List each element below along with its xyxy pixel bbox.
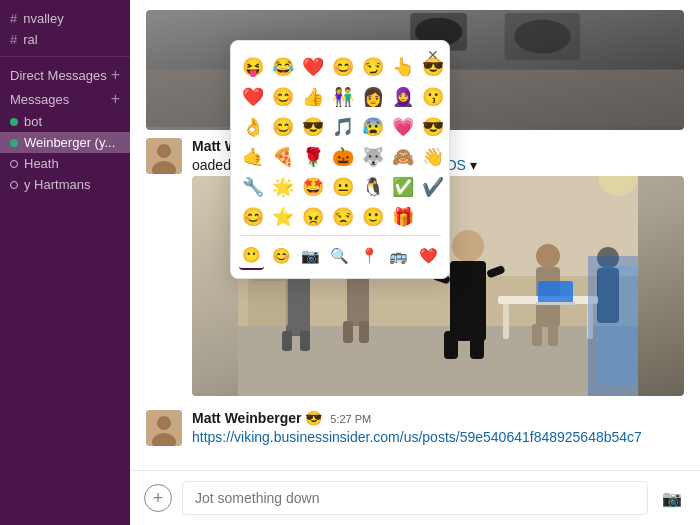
svg-rect-24	[470, 331, 484, 359]
emoji-cell[interactable]: 😠	[299, 203, 327, 231]
emoji-cell[interactable]: 🔧	[239, 173, 267, 201]
sidebar-item-label: nvalley	[23, 11, 63, 26]
add-message-button[interactable]: +	[111, 90, 120, 108]
emoji-cell[interactable]: 🎃	[329, 143, 357, 171]
emoji-cell[interactable]: 🐧	[359, 173, 387, 201]
emoji-cell[interactable]: 🙂	[359, 203, 387, 231]
picker-close-button[interactable]: ✕	[427, 47, 439, 63]
add-button[interactable]: +	[144, 484, 172, 512]
emoji-cell[interactable]: 😊	[329, 53, 357, 81]
emoji-cell[interactable]: 🍕	[269, 143, 297, 171]
emoji-cell[interactable]: 👌	[239, 113, 267, 141]
emoji-cell[interactable]: 😎	[419, 113, 447, 141]
emoji-cell[interactable]: 💗	[389, 113, 417, 141]
emoji-cell[interactable]: 😊	[269, 113, 297, 141]
emoji-cell[interactable]: ⭐	[269, 203, 297, 231]
emoji-cell[interactable]: 🌹	[299, 143, 327, 171]
add-dm-button[interactable]: +	[111, 66, 120, 84]
avatar	[146, 138, 182, 174]
emoji-cell[interactable]: 🙈	[389, 143, 417, 171]
article-link[interactable]: https://viking.businessinsider.com/us/po…	[192, 429, 642, 445]
emoji-cell[interactable]: 🎵	[329, 113, 357, 141]
svg-rect-12	[238, 326, 638, 396]
emoji-cell[interactable]: 👆	[389, 53, 417, 81]
emoji-cell[interactable]: 😰	[359, 113, 387, 141]
svg-rect-14	[286, 276, 310, 336]
emoji-cell[interactable]: 😊	[269, 83, 297, 111]
emoji-cell[interactable]: 🌟	[269, 173, 297, 201]
emoji-cell[interactable]: 😂	[269, 53, 297, 81]
sidebar-item-label: ral	[23, 32, 37, 47]
emoji-picker[interactable]: ✕ 😝😂❤️😊😏👆😎❤️😊👍👫👩🧕😗👌😊😎🎵😰💗😎🤙🍕🌹🎃🐺🙈👋🔧🌟🤩😐🐧✅✔️…	[230, 40, 450, 279]
picker-tab[interactable]: 🚌	[386, 242, 411, 270]
main-panel: ✕ 😝😂❤️😊😏👆😎❤️😊👍👫👩🧕😗👌😊😎🎵😰💗😎🤙🍕🌹🎃🐺🙈👋🔧🌟🤩😐🐧✅✔️…	[130, 0, 700, 525]
emoji-cell[interactable]: 🐺	[359, 143, 387, 171]
hash-icon: #	[10, 11, 17, 26]
emoji-cell[interactable]	[419, 203, 447, 231]
svg-rect-30	[548, 324, 558, 346]
online-indicator	[10, 139, 18, 147]
dm-name: y Hartmans	[24, 177, 90, 192]
message-username-2: Matt Weinberger 😎	[192, 410, 322, 426]
svg-point-8	[157, 144, 171, 158]
picker-tab[interactable]: 📷	[298, 242, 323, 270]
emoji-cell[interactable]: 👍	[299, 83, 327, 111]
hash-icon: #	[10, 32, 17, 47]
svg-point-44	[157, 416, 171, 430]
svg-rect-39	[598, 266, 638, 386]
emoji-grid: 😝😂❤️😊😏👆😎❤️😊👍👫👩🧕😗👌😊😎🎵😰💗😎🤙🍕🌹🎃🐺🙈👋🔧🌟🤩😐🐧✅✔️😊⭐…	[239, 53, 441, 231]
dm-label: Direct Messages	[10, 68, 107, 83]
messages-label: Messages	[10, 92, 69, 107]
dm-hartmans[interactable]: y Hartmans	[0, 174, 130, 195]
emoji-cell[interactable]: 🤙	[239, 143, 267, 171]
emoji-cell[interactable]: 👋	[419, 143, 447, 171]
dm-name: bot	[24, 114, 42, 129]
svg-rect-16	[300, 331, 310, 351]
svg-point-21	[452, 230, 484, 262]
emoji-cell[interactable]: 😝	[239, 53, 267, 81]
sidebar-channel-ral[interactable]: # ral	[0, 29, 130, 50]
emoji-cell[interactable]: 😗	[419, 83, 447, 111]
picker-tab[interactable]: 📍	[357, 242, 382, 270]
avatar-2	[146, 410, 182, 446]
sidebar: # nvalley # ral Direct Messages + Messag…	[0, 0, 130, 525]
emoji-cell[interactable]: ✅	[389, 173, 417, 201]
dm-name: Weinberger (y...	[24, 135, 115, 150]
picker-tab[interactable]: 🔍	[327, 242, 352, 270]
svg-rect-19	[343, 321, 353, 343]
svg-rect-37	[536, 302, 575, 305]
dm-weinberger[interactable]: Weinberger (y...	[0, 132, 130, 153]
emoji-cell[interactable]: 😎	[299, 113, 327, 141]
emoji-cell[interactable]: 🧕	[389, 83, 417, 111]
dm-bot[interactable]: bot	[0, 111, 130, 132]
camera-icon[interactable]: 📷	[658, 484, 686, 512]
emoji-cell[interactable]: 😊	[239, 203, 267, 231]
direct-messages-header: Direct Messages +	[0, 63, 130, 87]
picker-tab[interactable]: 😊	[268, 242, 293, 270]
message-input[interactable]	[182, 481, 648, 515]
dm-heath[interactable]: Heath	[0, 153, 130, 174]
emoji-cell[interactable]: 👩	[359, 83, 387, 111]
emoji-cell[interactable]: ✔️	[419, 173, 447, 201]
emoji-cell[interactable]: 😏	[359, 53, 387, 81]
messages-row: Messages +	[0, 87, 130, 111]
picker-tab[interactable]: 😶	[239, 242, 264, 270]
emoji-cell[interactable]: 😐	[329, 173, 357, 201]
offline-indicator	[10, 181, 18, 189]
message-text-2: https://viking.businessinsider.com/us/po…	[192, 428, 684, 448]
message-header-2: Matt Weinberger 😎 5:27 PM	[192, 410, 684, 426]
svg-rect-34	[503, 304, 509, 339]
sidebar-channel-nvalley[interactable]: # nvalley	[0, 8, 130, 29]
emoji-cell[interactable]: ❤️	[299, 53, 327, 81]
emoji-cell[interactable]: 😒	[329, 203, 357, 231]
svg-rect-20	[359, 321, 369, 343]
emoji-cell[interactable]: 🎁	[389, 203, 417, 231]
emoji-cell[interactable]: ❤️	[239, 83, 267, 111]
picker-tabs: 😶😊📷🔍📍🚌❤️	[239, 235, 441, 270]
message-time-2: 5:27 PM	[330, 413, 371, 425]
emoji-cell[interactable]: 🤩	[299, 173, 327, 201]
dm-name: Heath	[24, 156, 59, 171]
picker-tab[interactable]: ❤️	[416, 242, 441, 270]
emoji-cell[interactable]: 👫	[329, 83, 357, 111]
svg-rect-29	[532, 324, 542, 346]
